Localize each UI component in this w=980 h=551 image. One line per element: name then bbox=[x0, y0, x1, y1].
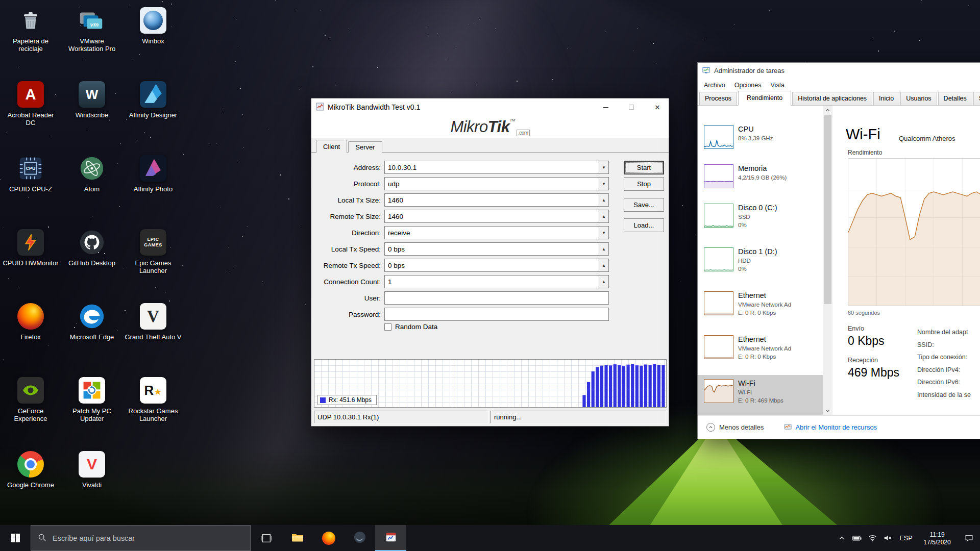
spinner-arrow-icon[interactable]: ▲ bbox=[599, 276, 608, 288]
taskbar-app-photos[interactable] bbox=[344, 525, 375, 551]
random-data-checkbox[interactable] bbox=[384, 323, 391, 331]
dropdown-arrow-icon[interactable]: ▼ bbox=[599, 161, 608, 173]
spinner-arrow-icon[interactable]: ▲ bbox=[599, 194, 608, 206]
tab-rendimiento[interactable]: Rendimiento bbox=[738, 91, 791, 106]
direction-input[interactable]: receive▼ bbox=[384, 226, 609, 239]
connection-count-input[interactable]: 1▲ bbox=[384, 275, 609, 288]
mikrotik-logo: MikroTikTM.com bbox=[311, 116, 669, 138]
taskbar-clock[interactable]: 11:19 17/5/2020 bbox=[917, 530, 958, 546]
tab-historial-de-aplicaciones[interactable]: Historial de aplicaciones bbox=[792, 92, 872, 106]
taskbar-app-firefox[interactable] bbox=[313, 525, 344, 551]
tab-client[interactable]: Client bbox=[316, 140, 347, 153]
desktop-icon-geforce[interactable]: GeForce Experience bbox=[2, 376, 60, 423]
desktop-icon-acrobat[interactable]: A Acrobat Reader DC bbox=[2, 80, 60, 127]
user-input[interactable] bbox=[384, 291, 609, 305]
info-label: SSID: bbox=[917, 339, 971, 352]
wifi-icon[interactable] bbox=[865, 525, 880, 551]
desktop-icon-epic[interactable]: EPICGAMES Epic Games Launcher bbox=[124, 228, 182, 275]
address-input[interactable]: 10.0.30.1▼ bbox=[384, 161, 609, 174]
chevron-up-circle-icon bbox=[706, 423, 715, 432]
remote-tx-speed-input[interactable]: 0 bps▲ bbox=[384, 259, 609, 272]
tab-servicios[interactable]: Servicios bbox=[973, 92, 980, 106]
menu-opciones[interactable]: Opciones bbox=[730, 80, 766, 90]
save-button[interactable]: Save... bbox=[624, 198, 664, 212]
perf-sidebar-cpu[interactable]: CPU 8% 3,39 GHz bbox=[698, 121, 823, 160]
local-tx-size-input[interactable]: 1460▲ bbox=[384, 193, 609, 207]
local-tx-speed-input[interactable]: 0 bps▲ bbox=[384, 242, 609, 256]
tab-server[interactable]: Server bbox=[348, 141, 382, 153]
task-view-button[interactable] bbox=[251, 525, 282, 551]
tab-detalles[interactable]: Detalles bbox=[938, 92, 972, 106]
form-row-direction: Direction: receive▼ bbox=[311, 224, 669, 241]
scrollbar-thumb[interactable] bbox=[824, 115, 831, 304]
stop-button[interactable]: Stop bbox=[624, 177, 664, 191]
desktop-icon-vivaldi[interactable]: V Vivaldi bbox=[63, 450, 121, 489]
less-details-button[interactable]: Menos detalles bbox=[706, 423, 764, 432]
desktop-icon-affinity-photo[interactable]: Affinity Photo bbox=[124, 154, 182, 193]
tab-usuarios[interactable]: Usuarios bbox=[900, 92, 937, 106]
hidden-icons-chevron[interactable] bbox=[834, 525, 849, 551]
dropdown-arrow-icon[interactable]: ▼ bbox=[599, 178, 608, 190]
menu-archivo[interactable]: Archivo bbox=[699, 80, 730, 90]
spinner-arrow-icon[interactable]: ▲ bbox=[599, 243, 608, 255]
taskbar-search[interactable]: Escribe aquí para buscar bbox=[31, 525, 251, 551]
desktop-icon-firefox[interactable]: Firefox bbox=[2, 302, 60, 341]
desktop-icon-chrome[interactable]: Google Chrome bbox=[2, 450, 60, 489]
open-resource-monitor-link[interactable]: Abrir el Monitor de recursos bbox=[784, 423, 877, 432]
perf-sidebar-disco0[interactable]: Disco 0 (C:) SSD0% bbox=[698, 199, 823, 243]
desktop-icon-vmware[interactable]: vm VMware Workstation Pro bbox=[63, 6, 121, 53]
desktop-icon-patchmypc[interactable]: Patch My PC Updater bbox=[63, 376, 121, 423]
sidebar-scrollbar[interactable] bbox=[823, 106, 832, 415]
password-input[interactable] bbox=[384, 308, 609, 321]
action-center-button[interactable] bbox=[958, 525, 980, 551]
desktop-icon-hwmonitor[interactable]: CPUID HWMonitor bbox=[2, 228, 60, 267]
edge-icon bbox=[78, 302, 106, 331]
scroll-up-icon[interactable] bbox=[823, 106, 832, 114]
desktop-icon-github[interactable]: GitHub Desktop bbox=[63, 228, 121, 267]
maximize-button[interactable] bbox=[620, 98, 643, 116]
remote-tx-size-input[interactable]: 1460▲ bbox=[384, 210, 609, 223]
wallpaper-stars-bright bbox=[0, 0, 1, 1]
start-button[interactable] bbox=[0, 525, 31, 551]
battery-icon[interactable] bbox=[849, 525, 865, 551]
taskbar-app-file-explorer[interactable] bbox=[282, 525, 313, 551]
perf-sidebar-eth2[interactable]: Ethernet VMware Network AdE: 0 R: 0 Kbps bbox=[698, 331, 823, 375]
scroll-down-icon[interactable] bbox=[823, 406, 832, 415]
eth1-mini-chart bbox=[704, 291, 733, 315]
tab-inicio[interactable]: Inicio bbox=[873, 92, 899, 106]
desktop-icon-rockstar[interactable]: R★ Rockstar Games Launcher bbox=[124, 376, 182, 423]
desktop-icon-label: VMware Workstation Pro bbox=[63, 37, 120, 53]
dropdown-arrow-icon[interactable]: ▼ bbox=[599, 227, 608, 239]
desktop-icon-winbox[interactable]: Winbox bbox=[124, 6, 182, 45]
start-button[interactable]: Start bbox=[624, 161, 664, 174]
volume-muted-icon[interactable] bbox=[880, 525, 895, 551]
spinner-arrow-icon[interactable]: ▲ bbox=[599, 210, 608, 222]
desktop-icon-cpuz[interactable]: CPU CPUID CPU-Z bbox=[2, 154, 60, 193]
perf-sidebar-memoria[interactable]: Memoria 4,2/15,9 GB (26%) bbox=[698, 160, 823, 199]
bandwidth-test-titlebar[interactable]: MikroTik Bandwidth Test v0.1 ✕ bbox=[311, 98, 669, 116]
protocol-input[interactable]: udp▼ bbox=[384, 177, 609, 190]
desktop-icon-recycle-bin[interactable]: Papelera de reciclaje bbox=[2, 6, 60, 53]
form-row-local-tx-speed: Local Tx Speed: 0 bps▲ bbox=[311, 241, 669, 257]
spinner-arrow-icon[interactable]: ▲ bbox=[599, 259, 608, 271]
tab-procesos[interactable]: Procesos bbox=[699, 92, 737, 106]
keyboard-language[interactable]: ESP bbox=[895, 535, 917, 542]
taskbar-app-btest[interactable] bbox=[375, 525, 406, 551]
perf-sidebar-wifi[interactable]: Wi-Fi Wi-FiE: 0 R: 469 Mbps bbox=[698, 375, 823, 415]
menu-vista[interactable]: Vista bbox=[766, 80, 790, 90]
perf-sidebar-eth1[interactable]: Ethernet VMware Network AdE: 0 R: 0 Kbps bbox=[698, 287, 823, 331]
minimize-button[interactable] bbox=[594, 98, 617, 116]
desktop-icon-atom[interactable]: Atom bbox=[63, 154, 121, 193]
desktop-icon-edge[interactable]: Microsoft Edge bbox=[63, 302, 121, 341]
desktop-icon-windscribe[interactable]: W Windscribe bbox=[63, 80, 121, 119]
load-button[interactable]: Load... bbox=[624, 218, 664, 232]
firefox-icon bbox=[16, 302, 45, 331]
desktop-icon-gta5[interactable]: V Grand Theft Auto V bbox=[124, 302, 182, 341]
perf-item-title: Wi-Fi bbox=[738, 379, 783, 387]
desktop-icon-affinity-designer[interactable]: Affinity Designer bbox=[124, 80, 182, 119]
perf-sidebar-disco1[interactable]: Disco 1 (D:) HDD0% bbox=[698, 243, 823, 287]
system-tray: ESP 11:19 17/5/2020 bbox=[834, 525, 980, 551]
patchmypc-icon bbox=[78, 376, 106, 405]
task-manager-titlebar[interactable]: Administrador de tareas bbox=[698, 63, 980, 79]
close-button[interactable]: ✕ bbox=[646, 98, 669, 116]
